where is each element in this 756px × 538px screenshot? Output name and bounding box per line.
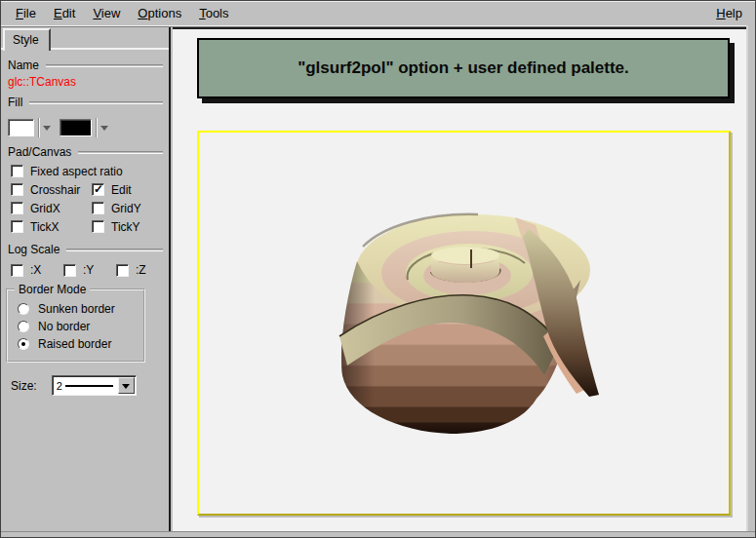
fill-controls xyxy=(8,117,169,138)
style-panel: Style Name glc::TCanvas Fill Pad/Canvas … xyxy=(1,27,171,533)
chevron-down-icon xyxy=(100,126,108,134)
checkbox-row: Crosshair Edit xyxy=(11,180,169,199)
log-scale-section-label: Log Scale xyxy=(8,243,60,256)
checkbox-row: GridX GridY xyxy=(11,199,169,217)
separator-line xyxy=(29,101,163,104)
checkbox-label: Crosshair xyxy=(30,183,80,197)
surface-plot-3d xyxy=(334,208,636,442)
menu-bar: File Edit View Options Tools Help xyxy=(1,1,756,25)
name-section-label: Name xyxy=(8,58,39,72)
tab-style[interactable]: Style xyxy=(3,28,51,51)
menu-view[interactable]: View xyxy=(84,3,129,23)
checkbox-label: :X xyxy=(30,263,41,277)
sunken-border-radio[interactable] xyxy=(18,303,29,315)
checkbox-label: GridX xyxy=(30,202,60,215)
logz-checkbox[interactable] xyxy=(116,264,129,277)
fixed-aspect-checkbox[interactable] xyxy=(11,165,23,177)
pad-canvas-section-header: Pad/Canvas xyxy=(8,145,163,159)
chevron-down-icon xyxy=(43,126,51,134)
separator-line xyxy=(66,249,163,251)
line-width-preview xyxy=(65,385,113,387)
window-bottom-frame xyxy=(1,531,756,537)
separator-line xyxy=(46,64,163,67)
border-mode-title: Border Mode xyxy=(15,283,90,296)
menu-file[interactable]: File xyxy=(7,3,45,23)
raised-border-radio[interactable] xyxy=(18,338,29,350)
radio-label: Sunken border xyxy=(38,302,115,316)
gridx-checkbox[interactable] xyxy=(11,202,23,214)
border-mode-group: Border Mode Sunken border No border Rais… xyxy=(6,288,145,363)
log-scale-section-header: Log Scale xyxy=(8,243,163,256)
name-section-header: Name xyxy=(8,58,163,72)
canvas-area[interactable]: "glsurf2pol" option + user defined palet… xyxy=(173,27,748,533)
plot-title: "glsurf2pol" option + user defined palet… xyxy=(298,58,629,78)
size-dropdown-button[interactable] xyxy=(118,377,135,394)
radio-row: Raised border xyxy=(18,335,139,352)
canvas-name-value: glc::TCanvas xyxy=(8,75,169,89)
checkbox-label: Fixed aspect ratio xyxy=(30,165,123,178)
crosshair-checkbox[interactable] xyxy=(11,183,23,196)
radio-row: No border xyxy=(18,318,139,334)
tickx-checkbox[interactable] xyxy=(11,220,23,233)
fill-color-dropdown[interactable] xyxy=(38,118,54,137)
size-label: Size: xyxy=(11,379,37,393)
title-box[interactable]: "glsurf2pol" option + user defined palet… xyxy=(197,38,730,98)
gridy-checkbox[interactable] xyxy=(92,202,104,214)
radio-label: Raised border xyxy=(38,337,111,351)
separator-line xyxy=(78,151,163,154)
fill-section-label: Fill xyxy=(8,96,22,109)
radio-row: Sunken border xyxy=(18,300,139,317)
checkbox-label: TickX xyxy=(30,220,60,234)
log-scale-row: :X :Y :Z xyxy=(11,259,169,281)
menu-tools[interactable]: Tools xyxy=(190,3,237,23)
logy-checkbox[interactable] xyxy=(63,264,76,277)
window-right-frame xyxy=(746,25,755,538)
checkbox-row: TickX TickY xyxy=(11,217,169,236)
ticky-checkbox[interactable] xyxy=(92,220,104,233)
checkbox-label: GridY xyxy=(111,202,141,215)
menu-options[interactable]: Options xyxy=(129,3,190,23)
panel-body: Name glc::TCanvas Fill Pad/Canvas Fixed … xyxy=(1,48,169,531)
pad-canvas-section-label: Pad/Canvas xyxy=(8,145,71,159)
chevron-down-icon xyxy=(122,384,130,393)
size-combobox[interactable]: 2 xyxy=(52,375,137,396)
checkbox-label: :Y xyxy=(83,263,94,277)
logx-checkbox[interactable] xyxy=(11,264,23,277)
checkbox-row: Fixed aspect ratio xyxy=(11,162,169,180)
checkbox-label: TickY xyxy=(111,220,140,234)
menu-edit[interactable]: Edit xyxy=(45,3,84,23)
edit-checkbox[interactable] xyxy=(92,183,104,196)
fill-color-swatch[interactable] xyxy=(8,119,34,136)
checkbox-label: Edit xyxy=(111,183,132,197)
line-color-swatch[interactable] xyxy=(60,119,92,136)
tab-bar: Style xyxy=(1,27,169,48)
line-color-dropdown[interactable] xyxy=(96,118,111,137)
checkbox-label: :Z xyxy=(136,263,146,277)
size-row: Size: 2 xyxy=(11,375,169,396)
radio-label: No border xyxy=(38,320,90,333)
fill-section-header: Fill xyxy=(8,96,163,109)
menu-help[interactable]: Help xyxy=(707,3,751,23)
no-border-radio[interactable] xyxy=(18,321,29,332)
size-value: 2 xyxy=(57,380,62,392)
